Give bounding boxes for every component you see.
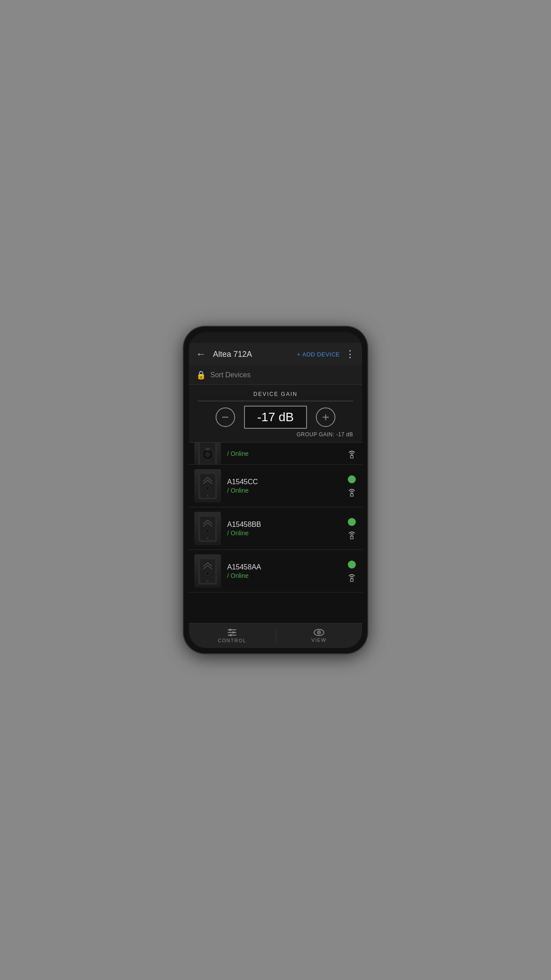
- wifi-phone-icon[interactable]: [347, 449, 357, 458]
- wifi-phone-button[interactable]: [347, 487, 357, 497]
- online-indicator: [348, 561, 356, 569]
- add-device-label: ADD DEVICE: [303, 351, 340, 358]
- svg-point-14: [206, 529, 209, 533]
- device-status: / Online: [227, 450, 347, 457]
- device-thumbnail: [194, 554, 221, 588]
- add-icon: +: [297, 351, 300, 358]
- device-name: A1545CC: [227, 478, 347, 486]
- device-image: [194, 443, 221, 465]
- content-area: DEVICE GAIN − -17 dB + GROUP GAIN: -17 d…: [189, 385, 362, 623]
- back-button[interactable]: ←: [196, 348, 206, 360]
- device-controls: [347, 561, 357, 582]
- view-label: VIEW: [311, 637, 327, 643]
- device-controls: [347, 475, 357, 497]
- sort-label: Sort Devices: [210, 371, 251, 379]
- svg-point-20: [206, 572, 209, 575]
- gain-panel: DEVICE GAIN − -17 dB + GROUP GAIN: -17 d…: [189, 385, 362, 443]
- header: ← Altea 712A + ADD DEVICE ⋮: [189, 343, 362, 366]
- device-controls: [347, 518, 357, 539]
- gain-value-display: -17 dB: [244, 406, 307, 429]
- svg-point-29: [230, 634, 232, 636]
- device-list: / Online: [189, 443, 362, 623]
- device-thumbnail: [194, 512, 221, 545]
- device-status: / Online: [227, 487, 347, 494]
- device-info: A15458AA / Online: [227, 563, 347, 579]
- nav-item-control[interactable]: CONTROL: [189, 624, 276, 648]
- nav-item-view[interactable]: VIEW: [276, 624, 362, 648]
- add-device-button[interactable]: + ADD DEVICE: [297, 351, 340, 358]
- wifi-phone-button[interactable]: [347, 530, 357, 539]
- device-info: A1545CC / Online: [227, 478, 347, 494]
- group-gain-label: GROUP GAIN: -17 dB: [198, 431, 353, 438]
- control-label: CONTROL: [218, 638, 246, 643]
- table-row[interactable]: A15458AA / Online: [189, 550, 362, 593]
- plus-icon: +: [322, 410, 329, 424]
- gain-section-label: DEVICE GAIN: [198, 391, 353, 401]
- svg-point-3: [205, 452, 210, 457]
- header-left: ← Altea 712A: [196, 348, 252, 360]
- device-info: A15458BB / Online: [227, 521, 347, 537]
- phone-screen: ← Altea 712A + ADD DEVICE ⋮ 🔒 Sort Devic…: [189, 332, 362, 648]
- online-indicator: [348, 518, 356, 526]
- control-icon: [227, 628, 237, 636]
- device-thumbnail: [194, 469, 221, 502]
- sort-bar[interactable]: 🔒 Sort Devices: [189, 366, 362, 385]
- svg-point-32: [318, 632, 319, 633]
- device-name: A15458AA: [227, 563, 347, 571]
- svg-point-9: [207, 495, 209, 497]
- wifi-phone-button[interactable]: [347, 572, 357, 582]
- header-right: + ADD DEVICE ⋮: [297, 348, 355, 360]
- svg-point-28: [232, 632, 235, 634]
- device-info: / Online: [227, 450, 347, 457]
- table-row[interactable]: A15458BB / Online: [189, 507, 362, 550]
- increase-gain-button[interactable]: +: [316, 407, 335, 427]
- online-indicator: [348, 475, 356, 483]
- svg-point-21: [207, 580, 209, 582]
- minus-icon: −: [222, 410, 229, 424]
- lock-icon: 🔒: [196, 370, 206, 380]
- phone-frame: ← Altea 712A + ADD DEVICE ⋮ 🔒 Sort Devic…: [184, 327, 367, 653]
- device-name: A15458BB: [227, 521, 347, 529]
- device-status: / Online: [227, 530, 347, 537]
- status-bar: [189, 332, 362, 343]
- page-title: Altea 712A: [213, 350, 252, 359]
- table-row[interactable]: A1545CC / Online: [189, 465, 362, 507]
- gain-control: − -17 dB +: [198, 406, 353, 429]
- bottom-navigation: CONTROL VIEW: [189, 623, 362, 648]
- device-status: / Online: [227, 572, 347, 579]
- decrease-gain-button[interactable]: −: [216, 407, 235, 427]
- view-icon: [314, 629, 324, 636]
- svg-point-8: [206, 486, 209, 490]
- device-controls: [347, 449, 357, 458]
- svg-point-27: [229, 629, 232, 631]
- svg-point-15: [207, 537, 209, 539]
- more-menu-button[interactable]: ⋮: [345, 348, 355, 360]
- device-item-partial[interactable]: / Online: [189, 443, 362, 465]
